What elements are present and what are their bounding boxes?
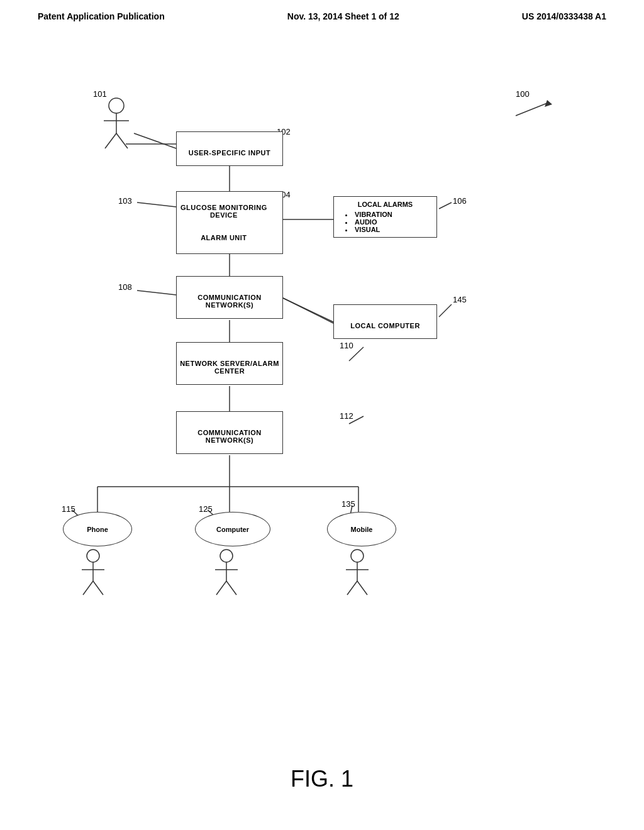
- alarm-item-visual: VISUAL: [345, 226, 430, 233]
- network-server-box: NETWORK SERVER/ALARMCENTER: [176, 342, 283, 385]
- svg-point-30: [87, 550, 99, 562]
- svg-line-23: [137, 290, 176, 295]
- svg-point-14: [109, 98, 124, 113]
- svg-point-40: [351, 550, 364, 562]
- communication-network-1-box: COMMUNICATIONNETWORK(S): [176, 276, 283, 319]
- svg-line-22: [439, 202, 452, 209]
- label-100: 100: [516, 89, 530, 99]
- svg-line-11: [283, 298, 333, 323]
- connector-lines: [0, 34, 644, 726]
- label-135: 135: [341, 499, 355, 509]
- user-specific-input-box: USER-SPECIFIC INPUT: [176, 131, 283, 166]
- svg-line-17: [105, 133, 116, 148]
- local-alarms-list: VIBRATION AUDIO VISUAL: [340, 211, 430, 233]
- svg-line-43: [347, 581, 357, 595]
- label-125: 125: [199, 504, 213, 514]
- svg-line-34: [93, 581, 103, 595]
- local-alarms-box: LOCAL ALARMS VIBRATION AUDIO VISUAL: [333, 196, 437, 238]
- glucose-monitoring-box: GLUCOSE MONITORINGDEVICE ALARM UNIT: [176, 191, 283, 254]
- stick-figure-computer-user: [208, 548, 245, 599]
- label-112: 112: [340, 411, 353, 421]
- extra-connectors: [0, 34, 644, 726]
- stick-figure-phone-user: [74, 548, 112, 599]
- stick-figure-user: [97, 97, 135, 153]
- svg-line-24: [439, 304, 452, 317]
- svg-line-20: [134, 133, 176, 148]
- header-date-sheet: Nov. 13, 2014 Sheet 1 of 12: [287, 11, 399, 21]
- local-computer-box: LOCAL COMPUTER: [333, 304, 437, 339]
- phone-oval: Phone: [63, 512, 132, 546]
- communication-network-2-box: COMMUNICATIONNETWORK(S): [176, 411, 283, 454]
- svg-line-39: [226, 581, 236, 595]
- header-publication: Patent Application Publication: [38, 11, 165, 21]
- local-alarms-title: LOCAL ALARMS: [340, 201, 430, 208]
- label-115: 115: [62, 504, 75, 514]
- label-106: 106: [453, 196, 467, 206]
- figure-label: FIG. 1: [291, 766, 353, 792]
- mobile-oval: Mobile: [327, 512, 396, 546]
- label-103: 103: [118, 196, 132, 206]
- alarm-item-vibration: VIBRATION: [345, 211, 430, 218]
- computer-oval: Computer: [195, 512, 270, 546]
- svg-line-19: [283, 298, 333, 322]
- svg-marker-13: [545, 100, 552, 107]
- svg-line-18: [116, 133, 128, 148]
- diagram-area: 100 101 102 USER-SPECIFIC INPUT 103 104 …: [0, 34, 644, 726]
- svg-line-38: [216, 581, 226, 595]
- page-header: Patent Application Publication Nov. 13, …: [0, 0, 644, 28]
- svg-line-44: [357, 581, 367, 595]
- label-108: 108: [118, 282, 132, 292]
- label-145: 145: [453, 295, 467, 304]
- svg-line-21: [137, 202, 176, 207]
- svg-line-12: [516, 103, 547, 116]
- svg-point-35: [220, 550, 233, 562]
- svg-line-33: [83, 581, 93, 595]
- header-patent-number: US 2014/0333438 A1: [522, 11, 606, 21]
- stick-figure-mobile-user: [338, 548, 376, 599]
- label-110: 110: [340, 341, 353, 350]
- alarm-item-audio: AUDIO: [345, 218, 430, 226]
